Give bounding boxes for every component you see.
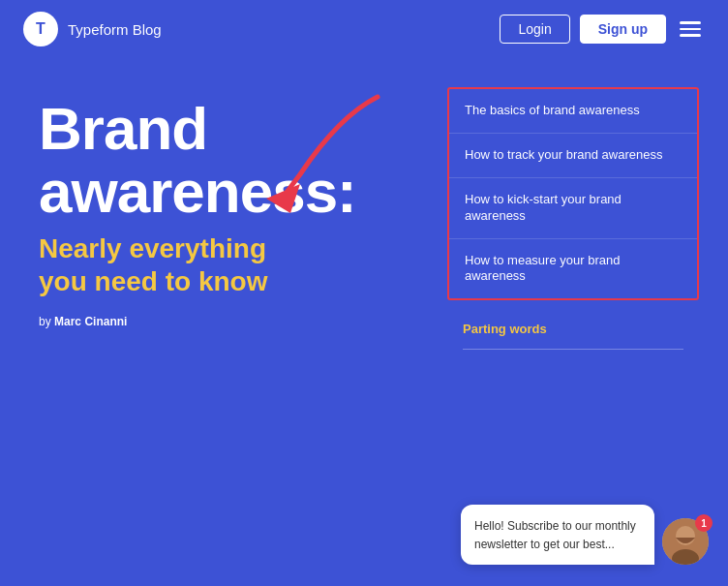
toc-item-2[interactable]: How to track your brand awareness [449,134,697,178]
login-button[interactable]: Login [500,15,569,44]
parting-words-link[interactable]: Parting words [447,312,699,345]
hero-subtitle: Nearly everything you need to know [39,232,447,297]
chat-message: Hello! Subscribe to our monthly newslett… [474,519,636,551]
signup-button[interactable]: Sign up [580,15,666,44]
chat-avatar-wrapper: 1 [662,518,709,565]
navbar: T Typeform Blog Login Sign up [0,0,728,58]
toc-item-1[interactable]: The basics of brand awareness [449,89,697,134]
brand-name: Typeform Blog [68,21,162,38]
hamburger-menu-icon[interactable] [676,17,705,41]
chat-bubble: Hello! Subscribe to our monthly newslett… [461,505,654,565]
chat-badge: 1 [695,514,713,532]
main-content: Brand awareness: Nearly everything you n… [0,58,728,584]
hero-title: Brand awareness: [39,97,447,223]
nav-right: Login Sign up [500,15,705,44]
logo-circle: T [23,12,58,46]
table-of-contents: The basics of brand awareness How to tra… [447,77,699,565]
author-line: by Marc Cinanni [39,315,447,328]
divider [463,349,683,350]
toc-item-4[interactable]: How to measure your brand awareness [449,239,697,299]
author-name: Marc Cinanni [54,315,127,328]
toc-box: The basics of brand awareness How to tra… [447,87,699,300]
left-section: Brand awareness: Nearly everything you n… [39,77,447,565]
nav-left: T Typeform Blog [23,12,162,46]
toc-item-3[interactable]: How to kick-start your brand awareness [449,178,697,239]
chat-widget[interactable]: Hello! Subscribe to our monthly newslett… [461,505,709,565]
